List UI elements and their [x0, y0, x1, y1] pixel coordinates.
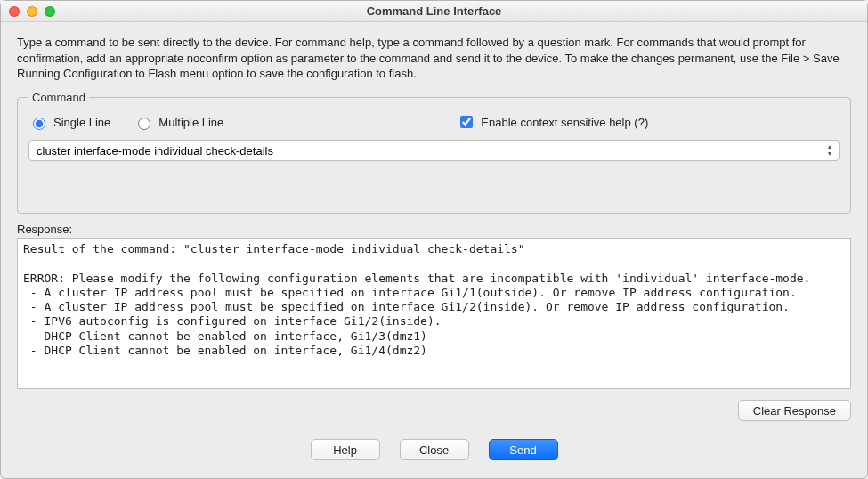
context-help-input[interactable]	[460, 116, 473, 128]
command-group: Command Single Line Multiple Line Enable…	[17, 91, 851, 214]
clear-response-button[interactable]: Clear Response	[738, 400, 851, 421]
chevron-down-icon: ▾	[823, 150, 837, 158]
cli-window: Command Line Interface Type a command to…	[0, 0, 868, 479]
zoom-window-icon[interactable]	[45, 6, 55, 17]
mode-single-input[interactable]	[33, 118, 45, 130]
mode-multiple-radio[interactable]: Multiple Line	[134, 115, 223, 130]
command-combobox[interactable]: ▴ ▾	[28, 140, 840, 161]
mode-single-radio[interactable]: Single Line	[28, 115, 110, 130]
button-bar: Help Close Send	[17, 439, 851, 460]
mode-multiple-input[interactable]	[138, 118, 150, 130]
command-options-row: Single Line Multiple Line Enable context…	[28, 113, 840, 131]
mode-single-label: Single Line	[53, 116, 110, 129]
content-area: Type a command to be sent directly to th…	[1, 22, 867, 478]
command-legend: Command	[28, 91, 89, 104]
close-button[interactable]: Close	[400, 439, 469, 460]
titlebar: Command Line Interface	[1, 1, 867, 22]
instructions-text: Type a command to be sent directly to th…	[17, 35, 851, 82]
help-button[interactable]: Help	[311, 439, 380, 460]
close-window-icon[interactable]	[9, 6, 20, 17]
window-controls	[9, 6, 55, 17]
context-help-checkbox[interactable]: Enable context sensitive help (?)	[457, 113, 648, 131]
send-button[interactable]: Send	[489, 439, 558, 460]
response-label: Response:	[17, 223, 851, 236]
clear-row: Clear Response	[17, 400, 851, 421]
combobox-stepper-icon[interactable]: ▴ ▾	[823, 142, 837, 158]
command-input[interactable]	[28, 140, 840, 161]
window-title: Command Line Interface	[367, 4, 502, 18]
minimize-window-icon[interactable]	[27, 6, 37, 17]
response-output[interactable]: Result of the command: "cluster interfac…	[17, 238, 851, 389]
mode-multiple-label: Multiple Line	[158, 116, 223, 129]
context-help-label: Enable context sensitive help (?)	[481, 116, 648, 129]
